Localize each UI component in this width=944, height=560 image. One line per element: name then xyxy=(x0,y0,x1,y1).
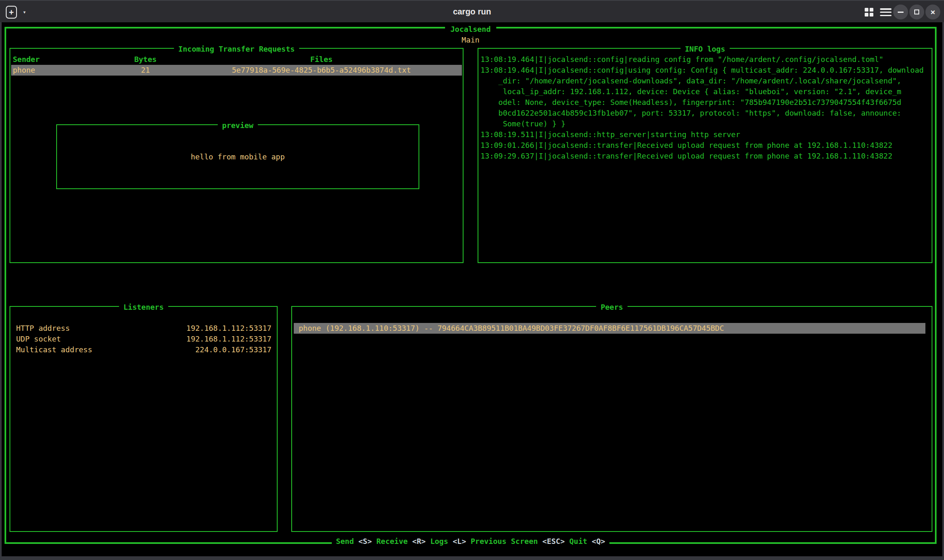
row-sender: phone xyxy=(11,65,133,76)
column-header-bytes: Bytes xyxy=(133,54,158,65)
minimize-icon xyxy=(898,12,904,13)
list-item[interactable]: phone (192.168.1.110:53317) -- 794664CA3… xyxy=(294,323,925,334)
log-line: 13:09:29.637|I|jocalsend::transfer|Recei… xyxy=(480,151,932,161)
column-header-sender: Sender xyxy=(11,54,133,65)
receive-action[interactable]: Receive xyxy=(376,537,408,546)
tab-overview-icon[interactable] xyxy=(865,8,873,17)
quit-key-hint[interactable]: <Q> xyxy=(592,537,605,546)
send-key-hint[interactable]: <S> xyxy=(358,537,372,546)
log-line: 13:09:01.266|I|jocalsend::transfer|Recei… xyxy=(480,140,932,151)
column-header-files: Files xyxy=(158,54,462,65)
log-line: b0cd1622e501ac4b859c13fb1eb07", port: 53… xyxy=(480,108,932,119)
plus-icon: + xyxy=(9,8,14,16)
listener-list: HTTP address 192.168.1.112:53317 UDP soc… xyxy=(10,307,277,355)
previous-screen-action[interactable]: Previous Screen xyxy=(471,537,538,546)
peers-panel-title: Peers xyxy=(596,303,628,312)
log-output: 13:08:19.464|I|jocalsend::config|reading… xyxy=(478,49,932,161)
listener-label: HTTP address xyxy=(16,323,70,334)
list-item: HTTP address 192.168.1.112:53317 xyxy=(16,323,271,334)
titlebar-left-controls: + ▾ xyxy=(6,1,26,23)
new-tab-button[interactable]: + xyxy=(6,6,17,19)
quit-action[interactable]: Quit xyxy=(569,537,587,546)
send-action[interactable]: Send xyxy=(336,537,354,546)
listener-label: Multicast address xyxy=(16,344,92,355)
table-header: Sender Bytes Files xyxy=(11,54,462,65)
log-line: Some(true) } } xyxy=(480,119,932,129)
log-line: 13:08:19.464|I|jocalsend::config|reading… xyxy=(480,54,932,65)
log-line: 13:08:19.511|I|jocalsend::http_server|st… xyxy=(480,129,932,140)
log-line: odel: None, device_type: Some(Headless),… xyxy=(480,97,932,108)
close-icon: × xyxy=(930,8,935,16)
list-item: UDP socket 192.168.1.112:53317 xyxy=(16,334,271,344)
panel-incoming-transfer-requests: Incoming Transfer Requests Sender Bytes … xyxy=(10,48,464,263)
list-item: Multicast address 224.0.0.167:53317 xyxy=(16,344,271,355)
minimize-button[interactable] xyxy=(893,5,908,19)
listener-label: UDP socket xyxy=(16,334,61,344)
logs-key-hint[interactable]: <L> xyxy=(453,537,466,546)
panel-peers: Peers phone (192.168.1.110:53317) -- 794… xyxy=(291,306,932,532)
panel-info-logs: INFO logs 13:08:19.464|I|jocalsend::conf… xyxy=(478,48,932,263)
maximize-button[interactable] xyxy=(909,5,924,19)
log-line: _dir: "/home/ardent/jocalsend-downloads"… xyxy=(480,76,932,86)
window-title: cargo run xyxy=(453,7,491,17)
logs-panel-title: INFO logs xyxy=(680,45,730,54)
chevron-down-icon[interactable]: ▾ xyxy=(23,9,26,15)
terminal-screen: Jocalsend Main Send<S>Receive<R>Logs<L>P… xyxy=(0,22,944,560)
log-line: 13:08:19.464|I|jocalsend::config|using c… xyxy=(480,65,932,76)
preview-title: preview xyxy=(218,121,258,130)
screen-name: Main xyxy=(461,36,479,44)
row-files: 5e77918a-569e-4825-b6b5-a52496b3874d.txt xyxy=(158,65,462,76)
listener-value: 224.0.0.167:53317 xyxy=(195,344,271,355)
hamburger-menu-icon[interactable] xyxy=(880,8,892,16)
status-bar: Send<S>Receive<R>Logs<L>Previous Screen<… xyxy=(332,537,609,546)
preview-box: preview hello from mobile app xyxy=(56,124,419,189)
maximize-icon xyxy=(914,9,919,14)
listener-value: 192.168.1.112:53317 xyxy=(186,334,271,344)
titlebar: + ▾ cargo run × xyxy=(0,0,944,22)
preview-content: hello from mobile app xyxy=(191,152,285,161)
previous-screen-key-hint[interactable]: <ESC> xyxy=(542,537,565,546)
table-row[interactable]: phone 21 5e77918a-569e-4825-b6b5-a52496b… xyxy=(11,65,462,76)
close-button[interactable]: × xyxy=(925,5,940,19)
incoming-panel-title: Incoming Transfer Requests xyxy=(174,45,300,54)
listener-value: 192.168.1.112:53317 xyxy=(186,323,271,334)
log-line: local_ip_addr: 192.168.1.112, device: De… xyxy=(480,86,932,97)
receive-key-hint[interactable]: <R> xyxy=(412,537,426,546)
row-bytes: 21 xyxy=(133,65,158,76)
logs-action[interactable]: Logs xyxy=(430,537,448,546)
listeners-panel-title: Listeners xyxy=(119,303,169,312)
panel-listeners: Listeners HTTP address 192.168.1.112:533… xyxy=(10,306,278,532)
app-title: Jocalsend xyxy=(445,25,496,34)
